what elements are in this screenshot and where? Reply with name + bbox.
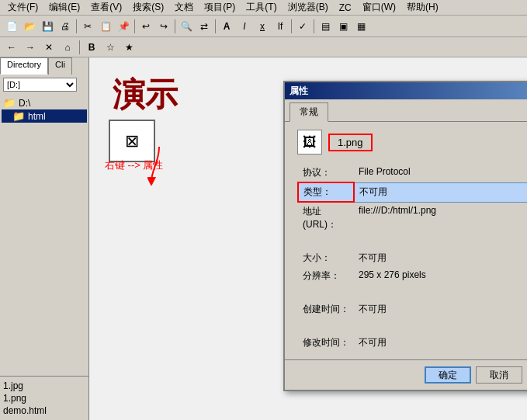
- cancel-button[interactable]: 取消: [476, 366, 522, 384]
- tree-item-d-label: D:\: [19, 98, 30, 109]
- file-entry-demo[interactable]: demo.html: [3, 404, 85, 417]
- prop-row-modified: 修改时间： 不可用: [298, 334, 527, 352]
- font-btn[interactable]: If: [272, 18, 289, 35]
- file-tree: 📁 D:\ 📁 html: [0, 95, 88, 376]
- folder-icon-html: 📁: [12, 110, 25, 122]
- prop-row-size: 大小： 不可用: [298, 249, 527, 267]
- drive-selector: [D:] [C:]: [3, 78, 85, 92]
- tab-cli[interactable]: Cli: [48, 57, 72, 75]
- prop-value-created: 不可用: [354, 300, 527, 318]
- left-panel: Directory Cli [D:] [C:] 📁 D:\ 📁 html 1.j…: [0, 57, 89, 420]
- prop-row-res: 分辨率： 295 x 276 pixels: [298, 267, 527, 285]
- prop-value-url: file:///D:/html/1.png: [354, 202, 527, 234]
- fav-btn[interactable]: ★: [120, 39, 137, 56]
- star-btn[interactable]: ☆: [102, 39, 119, 56]
- prop-row-spacer1: [298, 234, 527, 249]
- tab-directory[interactable]: Directory: [0, 57, 48, 75]
- prop-label-url: 地址 (URL)：: [298, 202, 354, 234]
- ok-button[interactable]: 确定: [425, 366, 471, 384]
- tree-item-html-label: html: [28, 111, 46, 122]
- prop-row-created: 创建时间： 不可用: [298, 300, 527, 318]
- prop-value-res: 295 x 276 pixels: [354, 267, 527, 285]
- file-icon: 🖼: [303, 134, 317, 151]
- file-icon-box: 🖼: [297, 130, 322, 154]
- print-btn[interactable]: 🖨: [57, 18, 74, 35]
- menu-view[interactable]: 查看(V): [86, 0, 127, 16]
- prop-row-spacer2: [298, 285, 527, 300]
- menu-zc[interactable]: ZC: [335, 1, 356, 15]
- folder-icon: 📁: [3, 97, 16, 109]
- prop-label-created: 创建时间：: [298, 300, 354, 318]
- search-btn[interactable]: 🔍: [178, 18, 195, 35]
- dialog-footer: 确定 取消 应用(A): [285, 359, 527, 390]
- prop-label-modified: 修改时间：: [298, 334, 354, 352]
- menu-window[interactable]: 窗口(W): [358, 0, 400, 16]
- cut-btn[interactable]: ✂: [79, 18, 96, 35]
- menu-help[interactable]: 帮助(H): [402, 0, 443, 16]
- file-entry-png[interactable]: 1.png: [3, 392, 85, 404]
- prop-row-protocol: 协议： File Protocol: [298, 164, 527, 182]
- forward-btn[interactable]: →: [22, 39, 39, 56]
- prop-value-modified: 不可用: [354, 334, 527, 352]
- prop-row-url: 地址 (URL)： file:///D:/html/1.png: [298, 202, 527, 234]
- dialog-tabs: 常规: [285, 99, 527, 121]
- file-name-box: 1.png: [328, 134, 373, 151]
- file-header-row: 🖼 1.png: [297, 130, 527, 154]
- menu-project[interactable]: 项目(P): [199, 0, 240, 16]
- drive-select[interactable]: [D:] [C:]: [3, 78, 77, 92]
- menu-tools[interactable]: 工具(T): [241, 0, 281, 16]
- bold2-btn[interactable]: B: [83, 39, 100, 56]
- prop-value-protocol: File Protocol: [354, 164, 527, 182]
- back-btn[interactable]: ←: [3, 39, 20, 56]
- dialog-content: 🖼 1.png ? 协议： File Protocol 类型: [285, 121, 527, 359]
- underline-btn[interactable]: x: [254, 18, 271, 35]
- content-area: 演示 ⊠ 右键 --> 属性 属性 ✕ 常规: [89, 57, 527, 420]
- dialog-tab-general[interactable]: 常规: [290, 102, 328, 122]
- annotation: 右键 --> 属性: [105, 158, 163, 172]
- open-btn[interactable]: 📂: [21, 18, 38, 35]
- file-name: 1.png: [338, 137, 363, 148]
- prop-row-spacer3: [298, 318, 527, 334]
- main-area: Directory Cli [D:] [C:] 📁 D:\ 📁 html 1.j…: [0, 57, 527, 420]
- toolbar1: 📄 📂 💾 🖨 ✂ 📋 📌 ↩ ↪ 🔍 ⇄ A I x If ✓ ▤ ▣ ▦: [0, 16, 527, 37]
- image-icon: ⊠: [125, 131, 139, 151]
- prop-label-size: 大小：: [298, 249, 354, 267]
- stop-btn[interactable]: ✕: [40, 39, 57, 56]
- menu-browser[interactable]: 浏览器(B): [283, 0, 333, 16]
- menu-search[interactable]: 搜索(S): [128, 0, 168, 16]
- prop-row-type: 类型： 不可用: [298, 182, 527, 202]
- undo-btn[interactable]: ↩: [137, 18, 154, 35]
- prop-label-protocol: 协议：: [298, 164, 354, 182]
- file-entry-jpg[interactable]: 1.jpg: [3, 380, 85, 392]
- file-list-bottom: 1.jpg 1.png demo.html: [0, 376, 88, 420]
- menu-edit[interactable]: 编辑(E): [44, 0, 85, 16]
- properties-table: 协议： File Protocol 类型： 不可用 地址 (URL)： file…: [297, 164, 527, 352]
- menu-file[interactable]: 文件(F): [3, 0, 43, 16]
- tree-item-d[interactable]: 📁 D:\: [2, 96, 87, 109]
- dialog-titlebar: 属性 ✕: [285, 82, 527, 99]
- copy-btn[interactable]: 📋: [97, 18, 114, 35]
- home-btn[interactable]: ⌂: [59, 39, 76, 56]
- layout2-btn[interactable]: ▣: [335, 18, 352, 35]
- menu-doc[interactable]: 文档: [170, 0, 198, 16]
- layout1-btn[interactable]: ▤: [317, 18, 334, 35]
- layout3-btn[interactable]: ▦: [352, 18, 369, 35]
- prop-value-type: 不可用: [354, 182, 527, 202]
- bold-btn[interactable]: A: [218, 18, 235, 35]
- new-btn[interactable]: 📄: [3, 18, 20, 35]
- properties-dialog: 属性 ✕ 常规 🖼 1.png ?: [283, 81, 527, 391]
- save-btn[interactable]: 💾: [39, 18, 56, 35]
- panel-tabs: Directory Cli: [0, 57, 88, 75]
- italic-btn[interactable]: I: [236, 18, 253, 35]
- prop-value-size: 不可用: [354, 249, 527, 267]
- toolbar2: ← → ✕ ⌂ B ☆ ★: [0, 37, 527, 57]
- check-btn[interactable]: ✓: [294, 18, 311, 35]
- dialog-title: 属性: [290, 85, 308, 98]
- prop-label-res: 分辨率：: [298, 267, 354, 285]
- prop-label-type: 类型：: [298, 182, 354, 202]
- redo-btn[interactable]: ↪: [155, 18, 172, 35]
- menubar: 文件(F) 编辑(E) 查看(V) 搜索(S) 文档 项目(P) 工具(T) 浏…: [0, 0, 527, 16]
- tree-item-html[interactable]: 📁 html: [2, 109, 87, 123]
- paste-btn[interactable]: 📌: [115, 18, 132, 35]
- replace-btn[interactable]: ⇄: [196, 18, 213, 35]
